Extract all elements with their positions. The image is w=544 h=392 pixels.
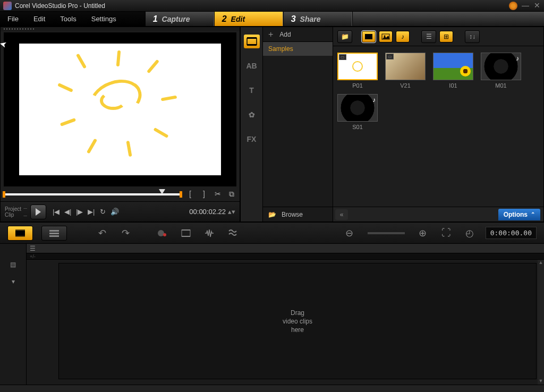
timeline-view-button[interactable] <box>41 226 67 241</box>
step-capture[interactable]: 1Capture <box>145 12 214 26</box>
thumb-p01[interactable]: ▭ P01 <box>337 53 378 89</box>
lib-tab-media[interactable] <box>244 35 260 48</box>
undo-button[interactable]: ↶ <box>95 226 109 241</box>
storyboard-view-button[interactable] <box>7 226 33 241</box>
zoom-in-button[interactable]: ⊕ <box>415 226 430 241</box>
playback-controls: Project Clip –– |◀ ◀| |▶ ▶| ↻ 🔊 00:00:02… <box>1 201 240 221</box>
timeline-tracks: ☰ +/- Drag video clips here ▲▼ <box>27 244 544 385</box>
svg-rect-3 <box>365 34 372 39</box>
minimize-button[interactable]: — <box>522 2 529 10</box>
view-list-button[interactable]: ☰ <box>421 30 436 43</box>
go-end-button[interactable]: ▶| <box>86 208 97 216</box>
zoom-out-button[interactable]: ⊖ <box>342 226 357 241</box>
title-bar: Corel VideoStudio Pro - Untitled — ✕ <box>0 0 544 12</box>
track-manager-button[interactable]: ▤ <box>7 260 19 269</box>
fit-project-button[interactable]: ⛶ <box>439 226 454 241</box>
thumb-i01[interactable]: I01 <box>433 53 473 89</box>
menu-tools[interactable]: Tools <box>53 12 83 26</box>
playback-mode-selector[interactable]: –– <box>23 204 27 219</box>
folder-arrow-icon: 📂 <box>268 211 276 218</box>
lib-tab-filter[interactable]: FX <box>244 132 260 146</box>
menu-file[interactable]: File <box>0 12 26 26</box>
timeline-ruler[interactable]: ☰ <box>27 244 544 253</box>
plus-icon: + <box>268 30 273 39</box>
repeat-button[interactable]: ↻ <box>97 208 109 216</box>
svg-rect-8 <box>15 236 25 237</box>
preview-canvas <box>19 44 221 175</box>
audio-mixer-button[interactable] <box>202 226 217 241</box>
thumb-s01[interactable]: ♪ S01 <box>337 94 378 130</box>
menu-bar: File Edit Tools Settings 1Capture 2Edit … <box>0 12 544 27</box>
browse-button[interactable]: 📂Browse <box>263 207 333 221</box>
library-categories: +Add Samples 📂Browse <box>263 27 333 221</box>
svg-rect-15 <box>182 229 190 231</box>
library-thumbnails: ▭ P01 ▭ V21 I01 ♪ M01 ♪ S01 <box>333 46 543 207</box>
menu-edit[interactable]: Edit <box>26 12 53 26</box>
project-badge-icon: ▭ <box>339 54 346 60</box>
svg-rect-1 <box>247 37 257 39</box>
sort-button[interactable]: ↕↓ <box>465 30 480 43</box>
scrub-track[interactable] <box>4 193 181 195</box>
project-duration[interactable]: 0:00:00.00 <box>486 227 537 239</box>
close-button[interactable]: ✕ <box>533 2 541 10</box>
app-logo-icon <box>3 2 12 10</box>
panel-grip[interactable] <box>1 27 240 31</box>
timecode-display[interactable]: 00:00:02.22▴▾ <box>189 208 235 216</box>
timeline-vert-scrollbar[interactable]: ▲▼ <box>538 260 544 385</box>
import-media-button[interactable]: 📁 <box>337 30 352 43</box>
options-panel-button[interactable]: Options⌃ <box>498 209 540 220</box>
scrub-bar: [ ] ✂ ⧉ <box>4 189 236 200</box>
split-clip-button[interactable]: ✂ <box>213 190 223 199</box>
redo-button[interactable]: ↷ <box>118 226 133 241</box>
step-edit[interactable]: 2Edit <box>214 12 283 26</box>
timeline-chapter-strip[interactable]: +/- <box>27 253 544 260</box>
library-footer: « Options⌃ <box>333 207 543 221</box>
add-category-button[interactable]: +Add <box>263 27 333 42</box>
instant-project-button[interactable] <box>178 226 193 241</box>
svg-rect-14 <box>182 230 190 236</box>
filter-audio-button[interactable]: ♪ <box>396 31 410 42</box>
preview-panel: [ ] ✂ ⧉ Project Clip –– |◀ ◀| |▶ ▶| ↻ 🔊 … <box>0 27 240 222</box>
settings-gear-icon[interactable] <box>509 2 517 10</box>
auto-music-button[interactable] <box>225 226 240 241</box>
record-button[interactable] <box>155 226 170 241</box>
mark-out-button[interactable]: ] <box>199 190 209 199</box>
step-share[interactable]: 3Share <box>283 12 352 26</box>
next-frame-button[interactable]: |▶ <box>74 208 86 216</box>
category-samples[interactable]: Samples <box>263 42 333 56</box>
playback-mode-labels: Project Clip <box>5 206 21 218</box>
svg-rect-9 <box>49 230 59 232</box>
thumb-m01[interactable]: ♪ M01 <box>481 53 521 89</box>
svg-point-12 <box>158 230 164 236</box>
menu-settings[interactable]: Settings <box>84 12 124 26</box>
music-note-icon: ♪ <box>516 55 519 62</box>
filter-video-button[interactable] <box>362 31 376 42</box>
lib-tab-title[interactable]: T <box>244 83 260 97</box>
zoom-slider[interactable] <box>368 232 405 234</box>
volume-button[interactable]: 🔊 <box>109 208 121 216</box>
library-toolbar: 📁 ♪ ☰ ⊞ ↕↓ <box>333 27 543 46</box>
thumb-v21[interactable]: ▭ V21 <box>385 53 426 89</box>
view-thumb-button[interactable]: ⊞ <box>439 31 453 42</box>
mark-in-button[interactable]: [ <box>185 190 195 199</box>
scrub-playhead[interactable] <box>159 189 165 194</box>
collapse-categories-button[interactable]: « <box>335 209 348 220</box>
preview-viewport[interactable] <box>4 32 236 186</box>
toggle-tracks-button[interactable]: ▾ <box>7 277 19 286</box>
lib-tab-transition[interactable]: AB <box>244 59 260 73</box>
lib-tab-graphic[interactable]: ✿ <box>244 108 260 122</box>
project-duration-icon[interactable]: ◴ <box>462 226 477 241</box>
ruler-menu-icon[interactable]: ☰ <box>30 245 36 252</box>
timeline-horiz-scrollbar[interactable] <box>0 385 544 392</box>
go-start-button[interactable]: |◀ <box>50 208 62 216</box>
svg-rect-0 <box>247 38 257 45</box>
play-button[interactable] <box>30 204 46 219</box>
svg-rect-16 <box>182 236 190 237</box>
timeline-panel: ↶ ↷ ⊖ ⊕ ⛶ ◴ 0:00:00.00 ▤ ▾ ☰ +/- Drag vi… <box>0 222 544 392</box>
timeline-drop-zone[interactable]: Drag video clips here <box>58 263 537 379</box>
prev-frame-button[interactable]: ◀| <box>62 208 74 216</box>
snapshot-button[interactable]: ⧉ <box>227 190 236 199</box>
drop-hint-text: Drag video clips here <box>283 309 312 334</box>
filter-photo-button[interactable] <box>379 31 393 42</box>
library-panel: AB T ✿ FX +Add Samples 📂Browse 📁 ♪ ☰ ⊞ ↕… <box>240 27 544 222</box>
